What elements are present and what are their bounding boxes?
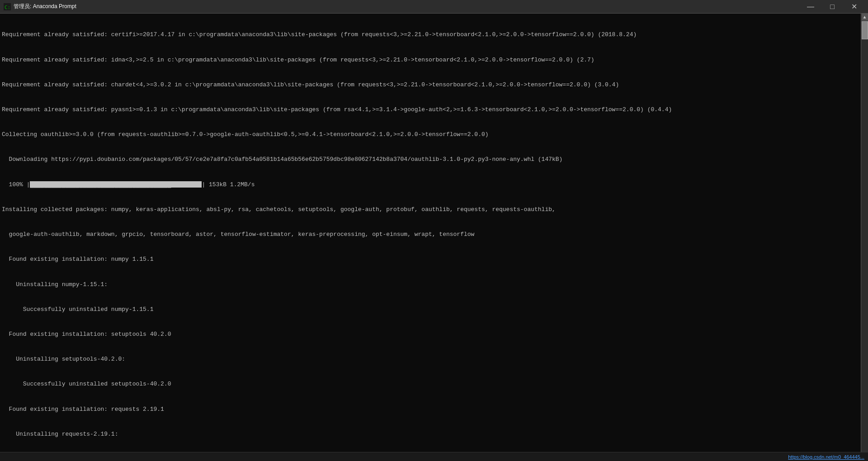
scroll-up-arrow[interactable]: ▲ <box>862 14 868 21</box>
terminal-line-14: Successfully uninstalled setuptools-40.2… <box>2 380 866 389</box>
terminal-line-2: Requirement already satisfied: idna<3,>=… <box>2 56 866 65</box>
terminal-line-3: Requirement already satisfied: chardet<4… <box>2 81 866 89</box>
terminal-line-5: Collecting oauthlib>=3.0.0 (from request… <box>2 131 866 139</box>
terminal-line-10: Uninstalling numpy-1.15.1: <box>2 281 866 289</box>
svg-text:C:\: C:\ <box>5 5 11 10</box>
terminal-line-16: Uninstalling requests-2.19.1: <box>2 430 866 439</box>
terminal-line-11: Successfully uninstalled numpy-1.15.1 <box>2 306 866 314</box>
terminal-line-13: Uninstalling setuptools-40.2.0: <box>2 355 866 364</box>
terminal-progress-line: 100% |██████████████████████████████████… <box>2 181 866 189</box>
maximize-button[interactable]: □ <box>822 0 843 14</box>
window-controls: — □ ✕ <box>800 0 864 14</box>
status-url: https://blog.csdn.net/m0_464445... <box>788 454 864 460</box>
terminal-line-6: Downloading https://pypi.doubanio.com/pa… <box>2 155 866 164</box>
terminal-body[interactable]: Requirement already satisfied: certifi>=… <box>0 14 868 452</box>
status-bar: https://blog.csdn.net/m0_464445... <box>0 452 868 461</box>
terminal-content: Requirement already satisfied: certifi>=… <box>2 14 866 452</box>
terminal-line-15: Found existing installation: requests 2.… <box>2 405 866 414</box>
close-button[interactable]: ✕ <box>844 0 864 14</box>
minimize-button[interactable]: — <box>800 0 821 14</box>
terminal-line-4: Requirement already satisfied: pyasn1>=0… <box>2 106 866 114</box>
terminal-line-9: Found existing installation: numpy 1.15.… <box>2 255 866 264</box>
cmd-icon: C:\ <box>4 3 11 10</box>
scrollbar-thumb[interactable] <box>862 21 868 39</box>
scrollbar[interactable]: ▲ <box>861 14 868 452</box>
title-bar: C:\ 管理员: Anaconda Prompt — □ ✕ <box>0 0 868 14</box>
window-title: 管理员: Anaconda Prompt <box>14 3 800 10</box>
anaconda-prompt-window: C:\ 管理员: Anaconda Prompt — □ ✕ Requireme… <box>0 0 868 461</box>
terminal-line-12: Found existing installation: setuptools … <box>2 330 866 339</box>
terminal-line-8b: google-auth-oauthlib, markdown, grpcio, … <box>2 230 866 239</box>
terminal-line-1: Requirement already satisfied: certifi>=… <box>2 31 866 39</box>
terminal-line-8: Installing collected packages: numpy, ke… <box>2 206 866 214</box>
